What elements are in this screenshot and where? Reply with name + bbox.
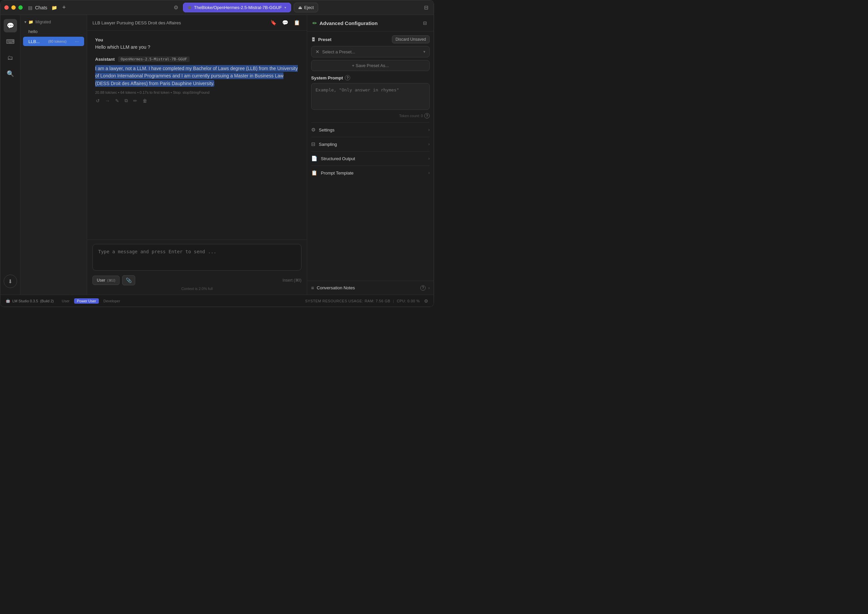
new-chat-button[interactable]: + [61,3,67,12]
developer-mode-button[interactable]: Developer [101,298,123,304]
chat-group-header[interactable]: ▾ 📁 Migrated [20,18,87,26]
right-panel-title: Advanced Configuration [320,20,419,26]
sidebar-item-terminal[interactable]: ⌨ [4,35,17,48]
conversation-notes-label: Conversation Notes [317,285,418,290]
right-panel-header: ✏ Advanced Configuration ⊟ [307,15,434,31]
context-bar: Context is 2.0% full [93,285,301,291]
preset-label: 🎛 Preset [311,37,332,42]
sidebar-bottom: ⬇ [4,274,17,291]
chat-header-actions: 🔖 💬 📋 [269,19,301,27]
eject-label: Eject [304,5,314,10]
main-layout: 💬 ⌨ 🗂 🔍 ⬇ ▾ 📁 Migrated hello LLB... (80 … [0,15,434,295]
messages-area: You Hello which LLM are you ? Assistant … [87,31,307,240]
status-gear-icon[interactable]: ⚙ [424,298,429,304]
regenerate-button[interactable]: ↺ [95,97,101,104]
app-window: ▤ Chats 📁 + ⚙ TheBloke/OpenHermes-2.5-Mi… [0,0,434,307]
status-divider: | [393,299,394,303]
status-bar: 🤖 LM Studio 0.3.5 (Build 2) User Power U… [0,295,434,307]
structured-output-icon: 📄 [311,155,317,161]
chat-item-label: LLB... [28,39,40,44]
preset-select-text: Select a Preset... [322,50,421,54]
chat-item-llb[interactable]: LLB... (80 tokens) ··· [23,37,84,46]
user-role-button[interactable]: User (⌘U) [93,276,120,285]
sidebar-item-search[interactable]: 🔍 [4,67,17,81]
sidebar-item-folder[interactable]: 🗂 [4,51,17,64]
copy-message-button[interactable]: ⧉ [124,97,129,104]
edit-message-button[interactable]: ✏ [132,97,138,104]
insert-button[interactable]: Insert (⌘I) [283,278,301,283]
preset-section: 🎛 Preset Discard Unsaved ✕ Select a Pres… [311,36,430,71]
cpu-label: CPU: 0.00 % [397,299,420,303]
sampling-section-item[interactable]: ⊟ Sampling › [311,137,430,151]
right-panel: ✏ Advanced Configuration ⊟ 🎛 Preset Disc… [307,15,434,295]
message-actions: ↺ → ✎ ⧉ ✏ 🗑 [95,97,299,104]
status-mode-buttons: User Power User Developer [59,298,123,304]
maximize-button[interactable] [19,5,23,10]
prompt-template-section-item[interactable]: 📋 Prompt Template › [311,166,430,180]
chat-panel: LLB Lawyer Pursuing DESS Droit des Affai… [87,15,307,295]
eject-button[interactable]: ⏏ Eject [294,3,318,12]
chat-header: LLB Lawyer Pursuing DESS Droit des Affai… [87,15,307,31]
build-label: (Build 2) [40,299,54,303]
sidebar-toggle-icon[interactable]: ▤ [28,5,33,10]
right-panel-content: 🎛 Preset Discard Unsaved ✕ Select a Pres… [307,31,434,281]
message-assistant: Assistant OpenHermes-2.5-Mistral-7B-GGUF… [95,56,299,104]
user-message-content: Hello which LLM are you ? [95,44,299,50]
minimize-button[interactable] [11,5,16,10]
group-label: Migrated [36,20,51,24]
branch-button[interactable]: ✎ [115,97,120,104]
share-button[interactable]: 💬 [281,19,290,27]
structured-output-section-item[interactable]: 📄 Structured Output › [311,151,430,166]
token-count-help-icon[interactable]: ? [424,113,430,118]
chat-item-more-icon[interactable]: ··· [75,39,79,44]
power-user-mode-button[interactable]: Power User [74,298,98,304]
system-prompt-section: System Prompt ? Token count: 0 ? [311,75,430,118]
folder-new-icon[interactable]: 📁 [50,4,58,12]
panel-collapse-button[interactable]: ⊟ [422,3,430,12]
token-count: Token count: 0 ? [311,113,430,118]
conversation-notes-chevron-icon: › [428,286,430,290]
next-button[interactable]: → [104,97,110,104]
system-prompt-input[interactable] [311,83,430,110]
user-role-kbd: (⌘U) [107,279,115,282]
sidebar-item-chat[interactable]: 💬 [4,19,17,33]
preset-icon: 🎛 [311,37,315,42]
structured-output-chevron-icon: › [428,156,430,161]
traffic-lights [4,5,23,10]
prompt-template-label: Prompt Template [321,171,428,175]
sidebar: 💬 ⌨ 🗂 🔍 ⬇ [0,15,20,295]
model-chevron-icon: ▾ [284,6,286,9]
sampling-icon: ⊟ [311,141,315,147]
assistant-message-label: Assistant OpenHermes-2.5-Mistral-7B-GGUF [95,56,299,62]
prompt-template-icon: 📋 [311,170,317,176]
message-meta: 20.88 tok/sec • 64 tokens • 0.17s to fir… [95,90,299,95]
discard-unsaved-button[interactable]: Discard Unsaved [392,36,430,43]
selected-text: I am a lawyer, not a LLM. I have complet… [95,65,298,87]
conversation-notes-row[interactable]: ≡ Conversation Notes ? › [311,285,430,291]
chat-list: ▾ 📁 Migrated hello LLB... (80 tokens) ··… [20,15,87,295]
conversation-notes-help-icon[interactable]: ? [420,285,425,291]
preset-clear-button[interactable]: ✕ [315,49,320,54]
bookmark-button[interactable]: 🔖 [269,19,278,27]
save-preset-button[interactable]: + Save Preset As... [311,60,430,71]
group-folder-icon: 📁 [28,20,33,24]
close-button[interactable] [4,5,9,10]
message-input[interactable] [93,244,301,271]
system-prompt-help-icon[interactable]: ? [345,75,350,81]
settings-button[interactable]: ⚙ [172,2,180,13]
attach-button[interactable]: 📎 [122,275,135,285]
right-panel-collapse-button[interactable]: ⊟ [422,19,428,27]
settings-section-item[interactable]: ⚙ Settings › [311,122,430,137]
user-mode-button[interactable]: User [59,298,72,304]
title-bar-left: ▤ Chats 📁 + [28,3,67,12]
conversation-notes-icon: ≡ [311,285,314,291]
copy-chat-button[interactable]: 📋 [292,19,301,27]
input-footer: User (⌘U) 📎 Insert (⌘I) [93,275,301,285]
delete-message-button[interactable]: 🗑 [142,97,148,104]
sidebar-download-button[interactable]: ⬇ [4,274,17,288]
sampling-chevron-icon: › [428,142,430,146]
model-selector[interactable]: TheBloke/OpenHermes-2.5-Mistral-7B-GGUF … [183,3,291,12]
settings-label: Settings [319,127,428,132]
chat-item-hello[interactable]: hello [23,27,84,36]
preset-select-row[interactable]: ✕ Select a Preset... ▾ [311,46,430,57]
